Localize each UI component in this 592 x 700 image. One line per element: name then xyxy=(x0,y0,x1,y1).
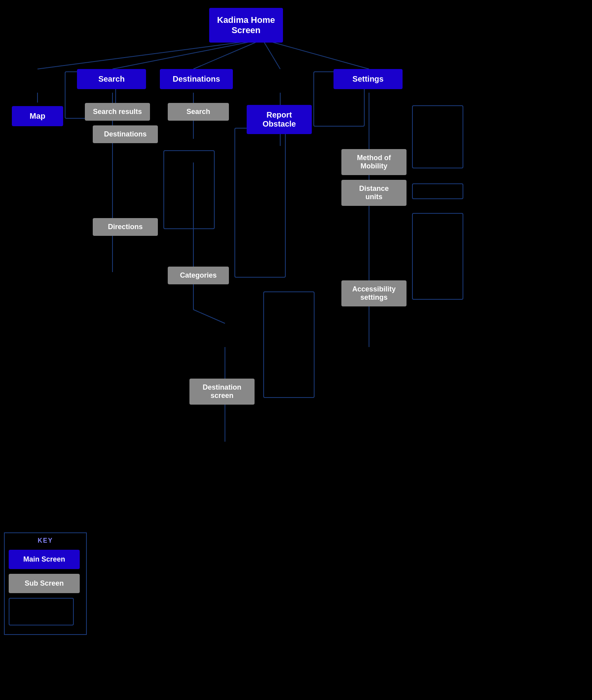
report-obstacle-box: Report Obstacle xyxy=(247,105,312,134)
distance-outline xyxy=(412,183,463,199)
settings-node: Settings Method of Mobility Distance uni… xyxy=(333,69,463,306)
accessibility-box: Accessibility settings xyxy=(341,280,407,306)
search-destinations-box: Destinations xyxy=(93,125,158,143)
destination-screen-outline xyxy=(263,291,315,398)
svg-line-4 xyxy=(262,39,369,69)
method-outline xyxy=(412,105,463,168)
destination-screen-box: Destination screen xyxy=(189,379,255,405)
key-outline-box xyxy=(9,598,74,625)
categories-outline xyxy=(234,128,286,278)
key-container: KEY Main Screen Sub Screen xyxy=(4,532,87,635)
distance-units-box: Distance units xyxy=(341,180,407,206)
map-box: Map xyxy=(12,106,63,126)
categories-box: Categories xyxy=(168,267,229,284)
directions-box: Directions xyxy=(93,218,158,236)
svg-line-0 xyxy=(37,39,262,69)
svg-line-1 xyxy=(112,39,262,69)
home-screen-box: Kadima Home Screen xyxy=(209,8,283,43)
settings-box: Settings xyxy=(333,69,403,89)
svg-line-2 xyxy=(193,39,262,69)
search-results-box: Search results xyxy=(85,103,150,121)
search-main-box: Search xyxy=(77,69,146,89)
destinations-main-box: Destinations xyxy=(160,69,233,89)
key-sub-item: Sub Screen xyxy=(9,574,82,593)
key-main-item: Main Screen xyxy=(9,550,82,569)
method-mobility-box: Method of Mobility xyxy=(341,149,407,175)
key-sub-box: Sub Screen xyxy=(9,574,80,593)
dest-search-box: Search xyxy=(168,103,229,121)
svg-line-3 xyxy=(262,39,280,69)
key-main-box: Main Screen xyxy=(9,550,80,569)
key-title: KEY xyxy=(9,537,82,544)
home-screen-node: Kadima Home Screen xyxy=(209,8,283,43)
accessibility-outline xyxy=(412,213,463,300)
key-outline-item xyxy=(9,598,82,625)
